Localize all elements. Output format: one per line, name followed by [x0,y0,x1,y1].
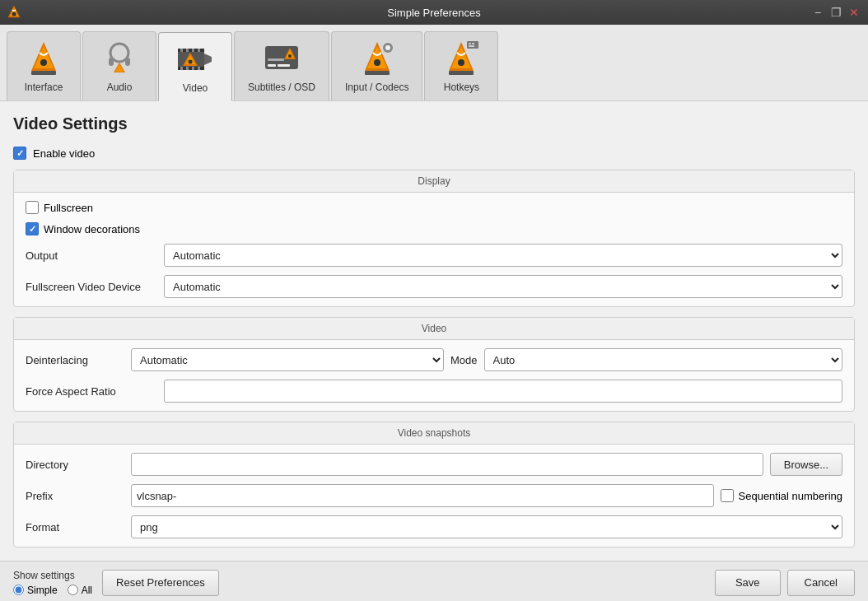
deinterlacing-select[interactable]: Automatic Off On [131,348,444,371]
bottom-bar: Show settings Simple All Reset Preferenc… [0,561,868,601]
save-button[interactable]: Save [715,570,781,596]
svg-rect-15 [180,49,183,52]
audio-icon [100,39,139,78]
directory-row: Directory Browse... [26,453,842,476]
display-section-body: Fullscreen Window decorations Output Aut… [14,193,854,306]
prefix-label: Prefix [26,490,124,502]
simple-radio-item[interactable]: Simple [13,585,58,596]
snapshots-section: Video snapshots Directory Browse... Pref… [13,422,855,547]
hotkeys-icon [441,39,481,78]
video-section-label: Video [14,318,854,340]
prefix-input[interactable] [131,484,714,507]
cancel-button[interactable]: Cancel [787,570,855,596]
svg-rect-20 [186,67,189,70]
tab-bar: Interface Audio [0,25,868,101]
fullscreen-device-select[interactable]: Automatic [164,275,842,298]
tab-hotkeys[interactable]: Hotkeys [424,31,498,100]
svg-rect-22 [198,67,200,70]
format-row: Format png jpg tiff [26,515,842,538]
mode-select[interactable]: Auto Discard Blend Mean Bob Linear X Yad… [484,348,842,371]
sequential-numbering-label[interactable]: Sequential numbering [739,490,842,502]
output-label: Output [26,249,157,262]
mode-label: Mode [450,354,478,366]
output-row: Output Automatic X11 video output (XCB) … [26,244,842,267]
svg-rect-30 [268,58,284,61]
input-icon [357,39,397,78]
page-content: Video Settings Enable video Display Full… [0,101,868,561]
radio-group: Simple All [13,585,92,596]
tab-video[interactable]: Video [158,32,232,101]
reset-preferences-button[interactable]: Reset Preferences [102,570,219,596]
aspect-ratio-input[interactable] [164,380,842,403]
snapshots-section-label: Video snapshots [14,422,854,445]
all-radio[interactable] [68,585,78,595]
aspect-ratio-row: Force Aspect Ratio [26,380,842,403]
vlc-icon [7,5,21,20]
tab-subtitles[interactable]: Subtitles / OSD [234,31,329,100]
prefix-row: Prefix Sequential numbering [26,484,842,507]
sequential-numbering-checkbox[interactable] [721,489,734,502]
simple-radio[interactable] [13,585,24,595]
svg-rect-9 [125,58,130,66]
tab-input[interactable]: Input / Codecs [331,31,422,100]
deinterlacing-label: Deinterlacing [26,354,124,366]
directory-input[interactable] [131,453,763,476]
window-decorations-label[interactable]: Window decorations [44,223,140,235]
deinterlacing-row: Deinterlacing Automatic Off On Mode Auto… [26,348,842,371]
enable-video-row: Enable video [13,147,855,160]
sequential-numbering-row: Sequential numbering [721,489,842,502]
display-section: Display Fullscreen Window decorations Ou… [13,170,855,307]
window-decorations-checkbox-checked[interactable] [26,222,39,235]
titlebar-left [7,5,21,20]
tab-interface[interactable]: Interface [7,31,81,100]
snapshots-section-body: Directory Browse... Prefix Sequential nu… [14,445,854,547]
video-icon [175,40,215,79]
aspect-ratio-label: Force Aspect Ratio [26,385,157,398]
svg-rect-46 [472,43,474,44]
bottom-left: Show settings Simple All [13,570,92,596]
svg-point-39 [385,45,390,50]
directory-label: Directory [26,459,124,471]
svg-rect-44 [467,41,478,49]
svg-rect-45 [469,43,471,44]
tab-interface-label: Interface [25,82,63,93]
svg-rect-36 [365,71,390,75]
fullscreen-label[interactable]: Fullscreen [44,202,93,214]
subtitles-icon [262,39,301,78]
simple-label: Simple [27,585,58,596]
svg-rect-47 [469,45,474,47]
fullscreen-row: Fullscreen [26,201,842,214]
svg-rect-29 [278,64,290,67]
tab-input-label: Input / Codecs [345,82,408,93]
close-button[interactable]: ✕ [847,5,861,20]
restore-button[interactable]: ❐ [828,5,843,20]
all-label: All [82,585,92,596]
enable-video-checkbox-checked[interactable] [13,147,26,160]
svg-point-43 [458,59,464,66]
all-radio-item[interactable]: All [68,585,92,596]
svg-point-25 [189,60,193,64]
tab-audio[interactable]: Audio [82,31,156,100]
interface-icon [24,39,63,78]
enable-video-label[interactable]: Enable video [33,147,95,160]
svg-rect-17 [192,49,194,52]
svg-point-33 [288,54,292,58]
window-decorations-row: Window decorations [26,222,842,235]
tab-subtitles-label: Subtitles / OSD [248,82,315,93]
format-select[interactable]: png jpg tiff [131,515,842,538]
fullscreen-device-row: Fullscreen Video Device Automatic [26,275,842,298]
titlebar-title: Simple Preferences [387,7,480,19]
svg-rect-18 [198,49,200,52]
svg-rect-19 [180,67,183,70]
output-select[interactable]: Automatic X11 video output (XCB) OpenGL … [164,244,842,267]
tab-hotkeys-label: Hotkeys [444,82,479,93]
browse-button[interactable]: Browse... [770,453,842,476]
svg-rect-16 [186,49,189,52]
fullscreen-device-label: Fullscreen Video Device [26,281,157,293]
main-content: Interface Audio [0,25,868,601]
titlebar-controls: − ❐ ✕ [810,5,861,20]
page-title: Video Settings [13,114,855,133]
svg-marker-26 [204,54,212,65]
minimize-button[interactable]: − [810,5,825,20]
fullscreen-checkbox[interactable] [26,201,39,214]
